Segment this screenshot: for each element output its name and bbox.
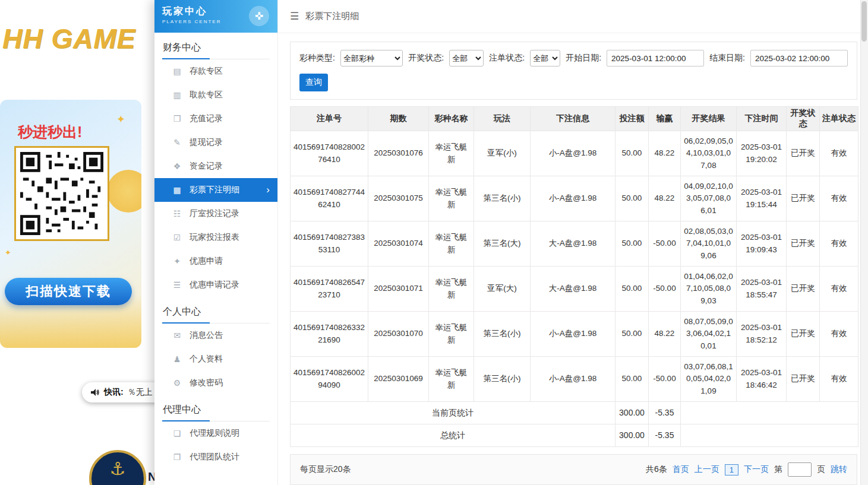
table-cell: 第三名(小) (474, 357, 531, 402)
end-date-input[interactable] (750, 50, 848, 66)
site-logo: HH GAME (2, 23, 135, 55)
table-row: 401569174082774462410 20250301075 幸运飞艇新 … (291, 176, 858, 221)
table-cell: 幸运飞艇新 (429, 131, 474, 176)
sidebar-item-label: 充值记录 (190, 113, 223, 124)
speaker-icon (90, 388, 100, 397)
table-cell: 已开奖 (787, 312, 820, 357)
site-emblem: ⚓ (89, 450, 146, 485)
sidebar-item-hall-bet-records[interactable]: ☷ 厅室投注记录 (154, 202, 277, 226)
summary-amount: 300.00 (616, 424, 649, 447)
vertical-scrollbar[interactable] (860, 0, 868, 485)
table-cell: 已开奖 (787, 221, 820, 267)
summary-win-loss: -5.35 (649, 424, 681, 447)
sidebar-item-label: 消息公告 (190, 330, 223, 341)
sidebar-item-player-bet-report[interactable]: ☑ 玩家投注报表 (154, 226, 277, 249)
hall-bet-records-icon: ☷ (172, 209, 182, 218)
sidebar-item-promo-apply[interactable]: ✦ 优惠申请 (154, 249, 277, 273)
first-page-link[interactable]: 首页 (673, 464, 689, 475)
bet-details-table: 注单号 期数 彩种名称 玩法 下注信息 投注额 输赢 开奖结果 下注时间 开奖状… (290, 106, 858, 447)
table-cell: 大-A盘@1.98 (531, 221, 616, 267)
sidebar-item-label: 玩家投注报表 (190, 232, 239, 243)
promo-apply-records-icon: ☰ (172, 280, 182, 290)
table-cell: 401569174082633221690 (291, 312, 368, 357)
table-cell: 401569174082738353110 (291, 221, 368, 267)
sidebar-item-promo-apply-records[interactable]: ☰ 优惠申请记录 (154, 273, 277, 297)
column-header: 注单号 (291, 107, 368, 131)
table-row: 401569174082633221690 20250301070 幸运飞艇新 … (291, 312, 858, 357)
per-page-label: 每页显示20条 (300, 464, 351, 475)
sidebar: 玩家中心 PLAYERS CENTER ✜ 财务中心 ▤ 存款专区 ▥ 取款专区… (154, 0, 278, 485)
table-cell: 有效 (820, 312, 858, 357)
prev-page-link[interactable]: 上一页 (695, 464, 719, 475)
sidebar-item-withdraw[interactable]: ▥ 取款专区 (154, 83, 277, 107)
table-cell: 幸运飞艇新 (429, 357, 474, 402)
table-row: 401569174082600294090 20250301069 幸运飞艇新 … (291, 357, 858, 402)
table-cell: 2025-03-01 18:46:42 (737, 357, 787, 402)
table-cell: 20250301074 (368, 221, 429, 267)
sidebar-item-profile[interactable]: ♟ 个人资料 (154, 347, 277, 371)
scrollbar-thumb[interactable] (861, 1, 867, 42)
promo-headline: 秒进秒出! (18, 122, 82, 142)
sidebar-item-label: 优惠申请记录 (190, 280, 239, 290)
sidebar-item-withdrawal-records[interactable]: ✎ 提现记录 (154, 131, 277, 154)
sidebar-item-label: 修改密码 (190, 378, 223, 388)
table-cell: 小-A盘@1.98 (531, 357, 616, 402)
lottery-type-select[interactable]: 全部彩种 (340, 50, 403, 66)
table-cell: -50.00 (649, 221, 681, 267)
sidebar-item-label: 取款专区 (190, 90, 223, 100)
table-cell: 401569174082654723710 (291, 267, 368, 312)
table-cell: 20250301075 (368, 176, 429, 221)
sidebar-item-label: 优惠申请 (190, 256, 223, 267)
next-page-link[interactable]: 下一页 (744, 464, 769, 475)
table-cell: 小-A盘@1.98 (531, 312, 616, 357)
filter-bar: 彩种类型: 全部彩种 开奖状态: 全部 注单状态: 全部 开始日期: 结束日期: (290, 42, 857, 100)
deposit-icon: ▤ (172, 66, 182, 76)
stats-icon: ❐ (172, 452, 182, 462)
table-cell: 02,08,05,03,07,04,10,01,09,06 (681, 221, 737, 267)
column-header: 开奖状态 (787, 107, 820, 131)
column-header: 玩法 (474, 107, 531, 131)
sidebar-item-label: 提现记录 (190, 137, 223, 148)
sidebar-item-label: 厅室投注记录 (190, 208, 239, 219)
table-cell: 20250301070 (368, 312, 429, 357)
table-cell: 401569174082600294090 (291, 357, 368, 402)
page-jump-input[interactable] (788, 462, 812, 477)
jump-button[interactable]: 跳转 (831, 464, 847, 475)
sidebar-header: 玩家中心 PLAYERS CENTER ✜ (154, 0, 277, 33)
summary-label: 当前页统计 (291, 402, 616, 424)
table-cell: 50.00 (616, 221, 649, 267)
section-title-finance: 财务中心 (162, 33, 270, 59)
scan-download-button[interactable]: 扫描快速下载 (5, 278, 132, 305)
sidebar-item-lottery-bet-details[interactable]: ▦ 彩票下注明细 › (154, 178, 277, 202)
table-footer: 每页显示20条 共6条 首页 上一页 1 下一页 第 页 跳转 (290, 454, 857, 485)
search-button[interactable]: 查询 (299, 74, 328, 91)
table-cell: 20250301069 (368, 357, 429, 402)
hamburger-menu-icon[interactable]: ☰ (290, 10, 299, 23)
table-cell: 幸运飞艇新 (429, 312, 474, 357)
start-date-input[interactable] (607, 50, 704, 66)
sidebar-item-change-password[interactable]: ⚙ 修改密码 (154, 371, 277, 395)
draw-status-select[interactable]: 全部 (449, 50, 484, 66)
sidebar-item-deposit[interactable]: ▤ 存款专区 (154, 59, 277, 83)
sidebar-item-recharge-records[interactable]: ❒ 充值记录 (154, 107, 277, 131)
download-promo-card: 秒进秒出! ✦ ✦ (0, 100, 141, 348)
table-cell: 2025-03-01 18:52:12 (737, 312, 787, 357)
news-label: 快讯: (104, 387, 124, 398)
summary-empty (681, 424, 858, 447)
sidebar-item-messages[interactable]: ✉ 消息公告 (154, 324, 277, 347)
sidebar-item-label: 个人资料 (190, 354, 223, 364)
profile-icon: ♟ (172, 354, 182, 364)
topbar: ☰ 彩票下注明细 (278, 0, 868, 33)
table-cell: 有效 (820, 221, 858, 267)
section-title-agent: 代理中心 (162, 395, 270, 421)
table-cell: 已开奖 (787, 267, 820, 312)
content-area: 彩种类型: 全部彩种 开奖状态: 全部 注单状态: 全部 开始日期: 结束日期: (278, 33, 868, 485)
sidebar-item-funds-records[interactable]: ❖ 资金记录 (154, 154, 277, 178)
sidebar-item-agent-team-stats[interactable]: ❐ 代理团队统计 (154, 445, 277, 469)
order-status-select[interactable]: 全部 (530, 50, 560, 66)
current-page-button[interactable]: 1 (725, 464, 738, 476)
sidebar-item-agent-rules[interactable]: ❏ 代理规则说明 (154, 421, 277, 445)
column-header: 下注信息 (531, 107, 616, 131)
chevron-right-icon: › (266, 184, 270, 196)
table-cell: 401569174082800276410 (291, 131, 368, 176)
